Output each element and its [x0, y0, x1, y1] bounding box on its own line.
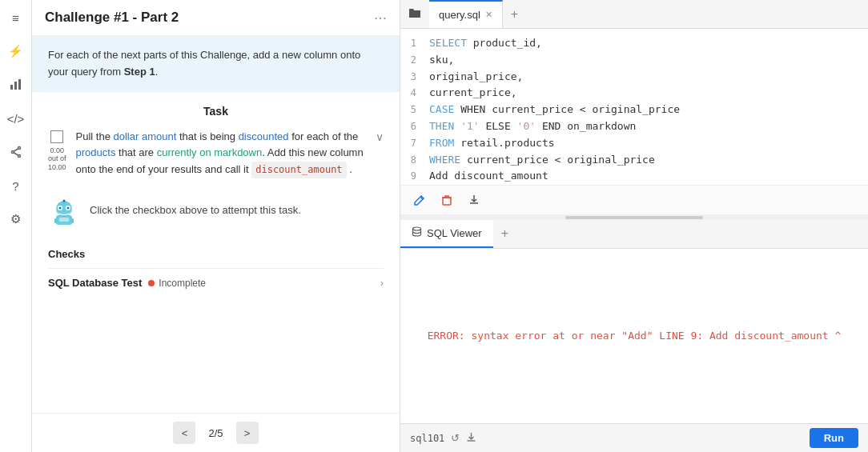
- svg-rect-14: [59, 218, 69, 222]
- bottom-left: sql101 ↺: [410, 432, 476, 445]
- info-text-after: .: [155, 66, 159, 78]
- svg-point-5: [18, 155, 20, 158]
- code-line-1: 1 SELECT product_id,: [400, 35, 868, 52]
- database-icon: [412, 226, 422, 239]
- scrollbar-thumb: [565, 216, 704, 219]
- download-button[interactable]: [464, 190, 484, 210]
- task-checkbox-area: 0.00 out of 10.00: [48, 129, 66, 172]
- menu-icon[interactable]: ⋯: [374, 10, 387, 26]
- delete-button[interactable]: [437, 190, 456, 210]
- code-line-8: 8 WHERE current_price < original_price: [400, 152, 868, 169]
- highlight-on-markdown: currently on markdown: [157, 146, 263, 158]
- left-panel: Challenge #1 - Part 2 ⋯ For each of the …: [32, 0, 400, 452]
- sidebar: ≡ ⚡ </> ? ⚙: [0, 0, 32, 452]
- sidebar-icon-chart[interactable]: [6, 75, 26, 94]
- check-status: Incomplete: [148, 278, 206, 289]
- error-message: ERROR: syntax error at or near "Add" LIN…: [428, 330, 842, 342]
- right-panel: query.sql ✕ + 1 SELECT product_id, 2 sku…: [400, 0, 868, 452]
- info-text-before: For each of the next parts of this Chall…: [48, 49, 360, 78]
- info-bold: Step 1: [124, 66, 155, 78]
- svg-line-6: [14, 149, 18, 151]
- robot-hint-text: Click the checkbox above to attempt this…: [90, 198, 301, 218]
- code-line-4: 4 current_price,: [400, 85, 868, 102]
- sidebar-icon-code[interactable]: </>: [6, 109, 26, 128]
- bottom-bar: sql101 ↺ Run: [400, 423, 868, 452]
- highlight-dollar-amount: dollar amount: [114, 130, 177, 142]
- svg-rect-15: [54, 218, 57, 223]
- robot-hint: Click the checkbox above to attempt this…: [32, 191, 400, 248]
- svg-rect-19: [443, 198, 451, 205]
- sql-viewer-tabs: SQL Viewer +: [400, 220, 868, 249]
- code-line-9: 9 Add discount_amount: [400, 168, 868, 184]
- left-header: Challenge #1 - Part 2 ⋯: [32, 0, 400, 36]
- code-line-3: 3 original_price,: [400, 69, 868, 86]
- page-indicator: 2/5: [208, 427, 223, 439]
- task-section: Task 0.00 out of 10.00 Pull the dollar a…: [32, 92, 400, 179]
- robot-icon: [48, 198, 80, 235]
- task-score: 0.00 out of 10.00: [48, 146, 66, 172]
- challenge-title: Challenge #1 - Part 2: [45, 10, 179, 26]
- sidebar-icon-menu[interactable]: ≡: [6, 8, 26, 27]
- code-line-7: 7 FROM retail.products: [400, 135, 868, 152]
- task-title: Task: [48, 105, 384, 118]
- editor-tabs: query.sql ✕ +: [400, 0, 868, 29]
- svg-point-12: [59, 207, 62, 210]
- left-footer: < 2/5 >: [32, 413, 400, 452]
- task-item: 0.00 out of 10.00 Pull the dollar amount…: [48, 129, 384, 179]
- editor-toolbar: [400, 185, 868, 215]
- next-button[interactable]: >: [236, 422, 259, 444]
- download-icon[interactable]: [466, 432, 476, 445]
- check-left: SQL Database Test Incomplete: [48, 277, 206, 289]
- sql-viewer-add-tab[interactable]: +: [493, 226, 516, 241]
- tab-label: query.sql: [439, 9, 480, 21]
- sidebar-icon-help[interactable]: ?: [6, 176, 26, 195]
- left-content: For each of the next parts of this Chall…: [32, 36, 400, 413]
- sql-output: ERROR: syntax error at or near "Add" LIN…: [400, 249, 868, 424]
- tab-close-icon[interactable]: ✕: [485, 10, 492, 20]
- code-discount-amount: discount_amount: [251, 162, 346, 178]
- code-editor[interactable]: 1 SELECT product_id, 2 sku, 3 original_p…: [400, 29, 868, 185]
- editor-tab-query-sql[interactable]: query.sql ✕: [429, 0, 503, 28]
- svg-point-13: [67, 207, 70, 210]
- svg-point-20: [413, 227, 421, 230]
- code-line-5: 5 CASE WHEN current_price < original_pri…: [400, 102, 868, 118]
- svg-rect-16: [71, 218, 74, 223]
- check-status-text: Incomplete: [159, 278, 206, 289]
- svg-point-18: [63, 200, 66, 202]
- sql-label: sql101: [410, 433, 444, 444]
- tab-add-button[interactable]: +: [503, 7, 526, 22]
- sidebar-icon-share[interactable]: [6, 142, 26, 162]
- task-chevron-icon[interactable]: ∨: [376, 130, 384, 143]
- check-item-sql[interactable]: SQL Database Test Incomplete ›: [48, 268, 384, 297]
- code-line-6: 6 THEN '1' ELSE '0' END on_markdown: [400, 118, 868, 135]
- incomplete-dot: [148, 280, 155, 286]
- sidebar-icon-settings[interactable]: ⚙: [6, 210, 26, 229]
- highlight-discounted: discounted: [239, 130, 289, 142]
- svg-rect-0: [10, 85, 13, 90]
- task-description: Pull the dollar amount that is being dis…: [76, 129, 366, 179]
- svg-point-4: [11, 151, 14, 154]
- folder-icon: [400, 7, 429, 21]
- svg-line-7: [14, 153, 18, 155]
- info-banner: For each of the next parts of this Chall…: [32, 36, 400, 92]
- checks-title: Checks: [48, 248, 384, 260]
- check-label: SQL Database Test: [48, 277, 142, 289]
- sql-viewer-label: SQL Viewer: [427, 227, 482, 239]
- code-line-2: 2 sku,: [400, 52, 868, 69]
- sidebar-icon-activity[interactable]: ⚡: [6, 42, 26, 61]
- check-chevron-icon[interactable]: ›: [380, 277, 384, 289]
- edit-button[interactable]: [410, 190, 429, 210]
- task-checkbox[interactable]: [50, 130, 63, 143]
- run-button[interactable]: Run: [810, 428, 858, 448]
- svg-rect-2: [18, 79, 21, 90]
- checks-section: Checks SQL Database Test Incomplete ›: [32, 248, 400, 297]
- sql-viewer-tab[interactable]: SQL Viewer: [400, 220, 493, 248]
- history-icon[interactable]: ↺: [451, 432, 460, 444]
- prev-button[interactable]: <: [173, 422, 195, 444]
- highlight-products: products: [76, 146, 116, 158]
- svg-point-3: [18, 147, 20, 150]
- svg-rect-1: [14, 82, 17, 90]
